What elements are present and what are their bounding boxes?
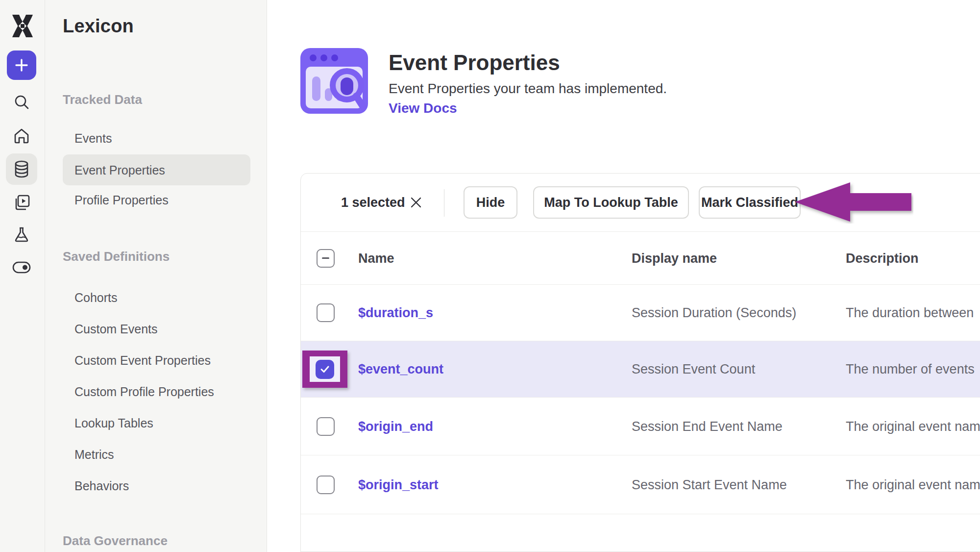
hide-button[interactable]: Hide <box>464 186 517 219</box>
table-row: $duration_s Session Duration (Seconds) T… <box>301 285 980 341</box>
sidebar-item-custom-profile-properties[interactable]: Custom Profile Properties <box>74 382 214 401</box>
event-properties-table-card: 1 selected Hide Map To Lookup Table Mark… <box>300 173 980 552</box>
table-row-selected: $event_count Session Event Count The num… <box>301 341 980 398</box>
selected-count-label: 1 selected <box>341 195 405 210</box>
row-checkbox[interactable] <box>317 476 335 494</box>
mixpanel-logo-icon[interactable] <box>8 12 37 40</box>
mark-classified-button[interactable]: Mark Classified <box>699 186 801 219</box>
clear-selection-icon[interactable] <box>408 194 424 211</box>
lexicon-event-properties-page: { "colors": { "accent_purple": "#574bd8"… <box>0 0 980 552</box>
sidebar-item-custom-events[interactable]: Custom Events <box>74 320 158 338</box>
property-description: The number of events <box>846 362 975 377</box>
plus-icon <box>13 57 30 74</box>
page-title: Event Properties <box>389 50 560 75</box>
column-header-display: Display name <box>632 251 717 266</box>
table-header-row: Name Display name Description <box>301 232 980 285</box>
property-description: The duration between <box>846 305 974 321</box>
view-docs-link[interactable]: View Docs <box>389 100 457 116</box>
annotation-highlight-inner <box>310 356 340 382</box>
indeterminate-dash <box>322 257 329 259</box>
home-icon[interactable] <box>6 120 37 151</box>
check-icon <box>319 363 331 375</box>
experiments-flask-icon[interactable] <box>6 219 37 251</box>
sidebar-item-label: Event Properties <box>74 163 165 177</box>
table-row: $origin_end Session End Event Name The o… <box>301 398 980 455</box>
section-header-data-governance: Data Governance <box>63 533 168 549</box>
property-display-name: Session Event Count <box>632 362 755 377</box>
column-header-description: Description <box>846 251 919 266</box>
property-name-link[interactable]: $origin_end <box>358 419 433 434</box>
annotation-arrow-icon <box>794 181 913 224</box>
sidebar-title: Lexicon <box>63 16 134 37</box>
select-all-checkbox-indeterminate[interactable] <box>317 249 335 268</box>
sidebar-item-metrics[interactable]: Metrics <box>74 445 114 464</box>
property-name-link[interactable]: $event_count <box>358 362 443 377</box>
search-icon[interactable] <box>6 86 37 118</box>
annotation-highlight-box <box>302 351 347 388</box>
property-name-link[interactable]: $duration_s <box>358 305 433 321</box>
column-header-name: Name <box>358 251 394 266</box>
sidebar-item-cohorts[interactable]: Cohorts <box>74 288 118 307</box>
row-checkbox-checked[interactable] <box>316 360 334 379</box>
sidebar-item-event-properties[interactable]: Event Properties <box>63 154 250 185</box>
event-properties-app-icon <box>300 47 368 115</box>
section-header-saved-definitions: Saved Definitions <box>63 249 170 264</box>
sidebar-item-lookup-tables[interactable]: Lookup Tables <box>74 414 153 432</box>
property-description: The original event nam <box>846 477 980 492</box>
row-checkbox[interactable] <box>317 417 335 436</box>
boards-replay-icon[interactable] <box>6 187 37 218</box>
section-header-tracked-data: Tracked Data <box>63 92 142 107</box>
property-display-name: Session End Event Name <box>632 419 783 434</box>
property-display-name: Session Start Event Name <box>632 477 787 492</box>
property-name-link[interactable]: $origin_start <box>358 477 439 492</box>
page-subtitle: Event Properties your team has implement… <box>389 81 667 97</box>
sidebar-item-events[interactable]: Events <box>74 129 112 148</box>
property-display-name: Session Duration (Seconds) <box>632 305 796 321</box>
nav-rail <box>0 0 45 552</box>
sidebar-item-behaviors[interactable]: Behaviors <box>74 477 129 495</box>
data-management-icon[interactable] <box>6 153 37 185</box>
create-button[interactable] <box>7 50 36 80</box>
toolbar-divider <box>444 189 444 217</box>
row-checkbox[interactable] <box>317 303 335 322</box>
map-to-lookup-table-button[interactable]: Map To Lookup Table <box>533 186 689 219</box>
sidebar: Lexicon Tracked Data Events Event Proper… <box>45 0 267 552</box>
sidebar-item-custom-event-properties[interactable]: Custom Event Properties <box>74 351 211 370</box>
table-row: $origin_start Session Start Event Name T… <box>301 455 980 514</box>
sidebar-item-profile-properties[interactable]: Profile Properties <box>74 191 169 209</box>
feature-flags-toggle-icon[interactable] <box>6 252 37 283</box>
property-description: The original event nam <box>846 419 980 434</box>
